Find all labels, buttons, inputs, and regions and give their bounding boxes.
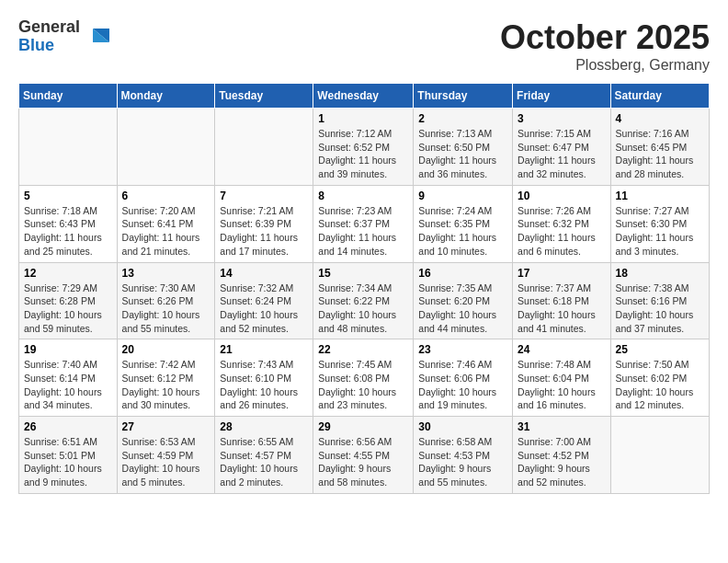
calendar-cell: 24Sunrise: 7:48 AM Sunset: 6:04 PM Dayli…	[513, 339, 611, 417]
calendar-cell: 15Sunrise: 7:34 AM Sunset: 6:22 PM Dayli…	[313, 262, 414, 339]
day-number: 17	[518, 267, 606, 280]
calendar-cell: 14Sunrise: 7:32 AM Sunset: 6:24 PM Dayli…	[215, 262, 313, 339]
day-number: 19	[24, 343, 112, 356]
day-info: Sunrise: 7:15 AM Sunset: 6:47 PM Dayligh…	[518, 127, 606, 181]
day-info: Sunrise: 7:21 AM Sunset: 6:39 PM Dayligh…	[220, 204, 308, 259]
day-info: Sunrise: 7:38 AM Sunset: 6:16 PM Dayligh…	[616, 282, 704, 336]
weekday-header: Thursday	[414, 84, 513, 109]
calendar-cell: 27Sunrise: 6:53 AM Sunset: 4:59 PM Dayli…	[117, 417, 215, 494]
day-info: Sunrise: 7:46 AM Sunset: 6:06 PM Dayligh…	[418, 358, 507, 412]
calendar-cell: 3Sunrise: 7:15 AM Sunset: 6:47 PM Daylig…	[513, 109, 611, 186]
calendar-cell: 9Sunrise: 7:24 AM Sunset: 6:35 PM Daylig…	[414, 185, 513, 262]
logo-icon	[84, 24, 109, 50]
weekday-header: Saturday	[610, 84, 709, 109]
day-number: 16	[418, 267, 507, 280]
day-info: Sunrise: 7:13 AM Sunset: 6:50 PM Dayligh…	[418, 127, 507, 181]
weekday-header: Tuesday	[215, 84, 313, 109]
calendar-cell: 26Sunrise: 6:51 AM Sunset: 5:01 PM Dayli…	[19, 417, 118, 494]
weekday-header: Sunday	[19, 84, 118, 109]
calendar-cell: 19Sunrise: 7:40 AM Sunset: 6:14 PM Dayli…	[19, 339, 118, 417]
calendar-cell: 31Sunrise: 7:00 AM Sunset: 4:52 PM Dayli…	[513, 417, 611, 494]
day-info: Sunrise: 7:24 AM Sunset: 6:35 PM Dayligh…	[418, 204, 507, 259]
weekday-header: Wednesday	[313, 84, 414, 109]
day-info: Sunrise: 7:34 AM Sunset: 6:22 PM Dayligh…	[318, 282, 408, 336]
day-info: Sunrise: 6:53 AM Sunset: 4:59 PM Dayligh…	[122, 435, 210, 489]
calendar-table: SundayMondayTuesdayWednesdayThursdayFrid…	[18, 83, 710, 494]
day-number: 14	[220, 267, 308, 280]
day-info: Sunrise: 7:23 AM Sunset: 6:37 PM Dayligh…	[318, 204, 408, 259]
calendar-cell	[215, 109, 313, 186]
calendar-cell: 25Sunrise: 7:50 AM Sunset: 6:02 PM Dayli…	[610, 339, 709, 417]
day-number: 7	[220, 190, 308, 202]
day-info: Sunrise: 7:26 AM Sunset: 6:32 PM Dayligh…	[518, 204, 606, 259]
calendar-cell: 30Sunrise: 6:58 AM Sunset: 4:53 PM Dayli…	[414, 417, 513, 494]
day-number: 30	[418, 420, 507, 433]
calendar-cell: 5Sunrise: 7:18 AM Sunset: 6:43 PM Daylig…	[19, 185, 118, 262]
day-number: 24	[518, 343, 606, 356]
location: Plossberg, Germany	[500, 57, 710, 74]
calendar-cell	[117, 109, 215, 186]
calendar-cell: 2Sunrise: 7:13 AM Sunset: 6:50 PM Daylig…	[414, 109, 513, 186]
day-number: 31	[518, 420, 606, 433]
calendar-cell: 13Sunrise: 7:30 AM Sunset: 6:26 PM Dayli…	[117, 262, 215, 339]
day-info: Sunrise: 7:35 AM Sunset: 6:20 PM Dayligh…	[418, 282, 507, 336]
calendar-cell: 20Sunrise: 7:42 AM Sunset: 6:12 PM Dayli…	[117, 339, 215, 417]
day-info: Sunrise: 7:40 AM Sunset: 6:14 PM Dayligh…	[24, 358, 112, 412]
day-number: 20	[122, 343, 210, 356]
day-number: 4	[616, 112, 704, 125]
calendar-cell: 16Sunrise: 7:35 AM Sunset: 6:20 PM Dayli…	[414, 262, 513, 339]
day-info: Sunrise: 7:16 AM Sunset: 6:45 PM Dayligh…	[616, 127, 704, 181]
calendar-cell: 7Sunrise: 7:21 AM Sunset: 6:39 PM Daylig…	[215, 185, 313, 262]
day-number: 6	[122, 190, 210, 202]
day-number: 26	[24, 420, 112, 433]
calendar-cell: 4Sunrise: 7:16 AM Sunset: 6:45 PM Daylig…	[610, 109, 709, 186]
day-info: Sunrise: 7:43 AM Sunset: 6:10 PM Dayligh…	[220, 358, 308, 412]
day-number: 2	[418, 112, 507, 125]
day-number: 29	[318, 420, 408, 433]
day-info: Sunrise: 7:42 AM Sunset: 6:12 PM Dayligh…	[122, 358, 210, 412]
day-number: 18	[616, 267, 704, 280]
day-info: Sunrise: 7:12 AM Sunset: 6:52 PM Dayligh…	[318, 127, 408, 181]
day-info: Sunrise: 6:51 AM Sunset: 5:01 PM Dayligh…	[24, 435, 112, 489]
day-info: Sunrise: 7:29 AM Sunset: 6:28 PM Dayligh…	[24, 282, 112, 336]
day-number: 27	[122, 420, 210, 433]
day-info: Sunrise: 6:55 AM Sunset: 4:57 PM Dayligh…	[220, 435, 308, 489]
day-number: 22	[318, 343, 408, 356]
day-info: Sunrise: 7:20 AM Sunset: 6:41 PM Dayligh…	[122, 204, 210, 259]
calendar-cell: 12Sunrise: 7:29 AM Sunset: 6:28 PM Dayli…	[19, 262, 118, 339]
day-info: Sunrise: 7:18 AM Sunset: 6:43 PM Dayligh…	[24, 204, 112, 259]
day-number: 13	[122, 267, 210, 280]
calendar-cell	[610, 417, 709, 494]
day-info: Sunrise: 7:32 AM Sunset: 6:24 PM Dayligh…	[220, 282, 308, 336]
logo: General Blue	[18, 18, 109, 55]
weekday-header: Friday	[513, 84, 611, 109]
page-header: General Blue October 2025 Plossberg, Ger…	[18, 18, 710, 74]
calendar-cell: 10Sunrise: 7:26 AM Sunset: 6:32 PM Dayli…	[513, 185, 611, 262]
day-number: 21	[220, 343, 308, 356]
calendar-cell: 6Sunrise: 7:20 AM Sunset: 6:41 PM Daylig…	[117, 185, 215, 262]
calendar-cell: 28Sunrise: 6:55 AM Sunset: 4:57 PM Dayli…	[215, 417, 313, 494]
day-info: Sunrise: 7:27 AM Sunset: 6:30 PM Dayligh…	[616, 204, 704, 259]
title-block: October 2025 Plossberg, Germany	[500, 18, 710, 74]
day-info: Sunrise: 6:56 AM Sunset: 4:55 PM Dayligh…	[318, 435, 408, 489]
day-number: 5	[24, 190, 112, 202]
calendar-cell: 11Sunrise: 7:27 AM Sunset: 6:30 PM Dayli…	[610, 185, 709, 262]
calendar-cell: 17Sunrise: 7:37 AM Sunset: 6:18 PM Dayli…	[513, 262, 611, 339]
calendar-cell: 8Sunrise: 7:23 AM Sunset: 6:37 PM Daylig…	[313, 185, 414, 262]
calendar-cell: 1Sunrise: 7:12 AM Sunset: 6:52 PM Daylig…	[313, 109, 414, 186]
calendar-cell: 22Sunrise: 7:45 AM Sunset: 6:08 PM Dayli…	[313, 339, 414, 417]
day-number: 23	[418, 343, 507, 356]
day-number: 11	[616, 190, 704, 202]
calendar-header: SundayMondayTuesdayWednesdayThursdayFrid…	[19, 84, 710, 109]
day-info: Sunrise: 7:00 AM Sunset: 4:52 PM Dayligh…	[518, 435, 606, 489]
day-info: Sunrise: 6:58 AM Sunset: 4:53 PM Dayligh…	[418, 435, 507, 489]
day-number: 8	[318, 190, 408, 202]
logo-general: General	[18, 18, 80, 37]
calendar-cell	[19, 109, 118, 186]
calendar-cell: 18Sunrise: 7:38 AM Sunset: 6:16 PM Dayli…	[610, 262, 709, 339]
day-number: 10	[518, 190, 606, 202]
day-number: 1	[318, 112, 408, 125]
day-number: 25	[616, 343, 704, 356]
day-info: Sunrise: 7:30 AM Sunset: 6:26 PM Dayligh…	[122, 282, 210, 336]
month-title: October 2025	[500, 18, 710, 57]
